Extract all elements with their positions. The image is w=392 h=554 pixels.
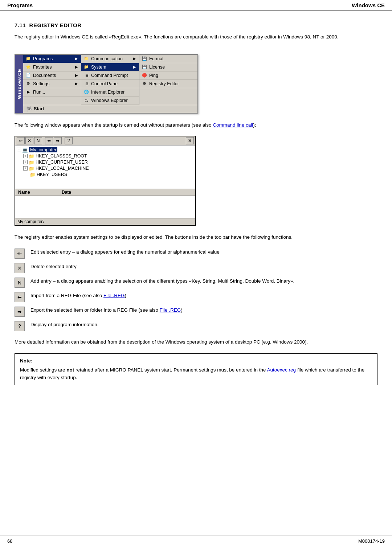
- favorites-icon: ⭐: [25, 64, 31, 70]
- license-icon: 💾: [142, 64, 147, 70]
- main-content: 7.11 Registry Editor The registry editor…: [0, 11, 392, 396]
- menu-screenshot: WindowsCE 📁 Programs ▶ ⭐ Favorites: [15, 54, 198, 114]
- menu-item-windows-explorer[interactable]: 🗂 Windows Explorer: [81, 97, 139, 105]
- toolbar-edit-button[interactable]: ✏: [17, 137, 25, 144]
- toolbar-add-button[interactable]: N: [34, 137, 42, 144]
- data-header: Name Data: [15, 189, 195, 196]
- tree-expand-local[interactable]: +: [23, 166, 28, 171]
- feature-import: ⬅ Import from a REG File (see also File …: [15, 292, 377, 302]
- intro-paragraph: The registry editor in Windows CE is cal…: [15, 33, 377, 41]
- menu-item-internet-explorer[interactable]: 🌐 Internet Explorer: [81, 88, 139, 97]
- menu-item-communication[interactable]: 📁 Communication ▶: [81, 55, 139, 63]
- header-right: Windows CE: [352, 2, 385, 8]
- feature-add: N Add entry – a dialog appears enabling …: [15, 278, 377, 288]
- file-reg-link-1[interactable]: File .REG: [103, 293, 125, 298]
- menu-item-settings[interactable]: ⚙ Settings ▶: [23, 80, 81, 88]
- toolbar-delete-button[interactable]: ✕: [25, 137, 33, 144]
- toolbar-close-button[interactable]: ✕: [186, 137, 194, 144]
- menu-item-programs[interactable]: 📁 Programs ▶: [23, 55, 81, 63]
- toolbar-export-button[interactable]: ➡: [54, 137, 62, 144]
- system-icon: 📁: [83, 64, 89, 70]
- note-bold: not: [66, 367, 74, 373]
- footer-doc-number: M000174-19: [358, 538, 385, 544]
- statusbar: My computer\: [15, 218, 195, 225]
- export-icon-box: ➡: [15, 307, 25, 317]
- registry-editor-window: ✏ ✕ N ⬅ ➡ ? ✕ − 💻 My computer + 📁 HKEY_C…: [15, 136, 196, 226]
- name-column-header: Name: [15, 189, 59, 196]
- page-footer: 68 M000174-19: [0, 535, 392, 547]
- internet-explorer-icon: 🌐: [83, 89, 89, 95]
- window-intro-text: The following window appears when the st…: [15, 122, 377, 129]
- windows-explorer-icon: 🗂: [83, 98, 89, 103]
- command-line-call-link[interactable]: Command line call: [213, 122, 253, 128]
- toolbar-import-button[interactable]: ⬅: [45, 137, 53, 144]
- delete-description: Delete selected entry: [30, 263, 377, 270]
- info-icon-box: ?: [15, 321, 25, 331]
- folder-icon-4: 📁: [30, 172, 36, 177]
- menu-item-run[interactable]: ▶ Run...: [23, 88, 81, 97]
- section-title: 7.11 Registry Editor: [15, 22, 377, 28]
- info-description: Display of program information.: [30, 321, 377, 328]
- description-text: The registry editor enables system setti…: [15, 234, 377, 241]
- tree-item-local-machine[interactable]: + 📁 HKEY_LOCAL_MACHINE: [17, 165, 194, 172]
- command-prompt-icon: 🖥: [83, 73, 89, 78]
- import-description: Import from a REG File (see also File .R…: [30, 292, 377, 299]
- folder-icon: 📁: [29, 153, 34, 159]
- feature-info: ? Display of program information.: [15, 321, 377, 331]
- menu-col-1: 📁 Programs ▶ ⭐ Favorites ▶ 📄 Documents: [23, 55, 81, 105]
- more-info-text: More detailed information can be obtaine…: [15, 338, 377, 346]
- settings-icon: ⚙: [25, 81, 31, 87]
- footer-page-number: 68: [7, 538, 12, 544]
- format-icon: 💾: [142, 56, 147, 62]
- menu-item-favorites[interactable]: ⭐ Favorites ▶: [23, 63, 81, 71]
- edit-icon-box: ✏: [15, 249, 25, 259]
- toolbar: ✏ ✕ N ⬅ ➡ ? ✕: [15, 136, 195, 145]
- add-icon-box: N: [15, 278, 25, 288]
- feature-delete: ✕ Delete selected entry: [15, 263, 377, 273]
- import-icon-box: ⬅: [15, 292, 25, 302]
- wince-sidebar-label: WindowsCE: [15, 55, 23, 113]
- registry-tree: − 💻 My computer + 📁 HKEY_CLASSES_ROOT + …: [15, 145, 195, 189]
- start-bar[interactable]: 🏁 Start: [23, 105, 197, 113]
- autoexec-reg-link[interactable]: Autoexec.reg: [267, 367, 296, 373]
- export-description: Export the selected item or folder into …: [30, 307, 377, 314]
- feature-edit: ✏ Edit selected entry – a dialog appears…: [15, 249, 377, 259]
- programs-icon: 📁: [25, 56, 31, 62]
- menu-item-registry-editor[interactable]: ⚙ Registry Editor: [139, 80, 197, 88]
- tree-root-label: My computer: [29, 147, 57, 152]
- documents-icon: 📄: [25, 73, 31, 78]
- feature-export: ➡ Export the selected item or folder int…: [15, 307, 377, 317]
- start-label: Start: [34, 106, 44, 111]
- edit-description: Edit selected entry – a dialog appears f…: [30, 249, 377, 256]
- communication-icon: 📁: [83, 56, 89, 62]
- menu-item-system[interactable]: 📁 System ▶: [81, 63, 139, 71]
- start-icon: 🏁: [26, 106, 32, 112]
- tree-item-current-user[interactable]: + 📁 HKEY_CURRENT_USER: [17, 159, 194, 165]
- menu-item-control-panel[interactable]: 🖥 Control Panel: [81, 80, 139, 88]
- control-panel-icon: 🖥: [83, 81, 89, 87]
- note-box: Note: Modified settings are not retained…: [15, 353, 377, 386]
- delete-icon-box: ✕: [15, 263, 25, 273]
- menu-col-3: 💾 Format 💾 License 🔴 Ping ⚙: [139, 55, 197, 105]
- menu-item-format[interactable]: 💾 Format: [139, 55, 197, 63]
- menu-item-license[interactable]: 💾 License: [139, 63, 197, 71]
- tree-item-users[interactable]: 📁 HKEY_USERS: [17, 172, 194, 178]
- registry-editor-icon: ⚙: [142, 81, 147, 87]
- file-reg-link-2[interactable]: File .REG: [160, 307, 181, 313]
- tree-expand-classes[interactable]: +: [23, 154, 28, 158]
- tree-expand-current[interactable]: +: [23, 160, 28, 164]
- registry-data-pane: Name Data: [15, 189, 195, 218]
- toolbar-info-button[interactable]: ?: [65, 137, 73, 144]
- add-description: Add entry – a dialog appears enabling th…: [30, 278, 377, 285]
- folder-icon-3: 📁: [29, 166, 34, 171]
- folder-icon-2: 📁: [29, 160, 34, 165]
- tree-item-classes-root[interactable]: + 📁 HKEY_CLASSES_ROOT: [17, 153, 194, 159]
- data-column-header: Data: [59, 189, 102, 196]
- data-rows-area: [15, 196, 195, 218]
- page-header: Programs Windows CE: [0, 0, 392, 11]
- tree-expand-root[interactable]: −: [17, 148, 21, 152]
- menu-item-ping[interactable]: 🔴 Ping: [139, 71, 197, 80]
- menu-item-command-prompt[interactable]: 🖥 Command Prompt: [81, 71, 139, 80]
- tree-root[interactable]: − 💻 My computer: [17, 147, 194, 153]
- menu-item-documents[interactable]: 📄 Documents ▶: [23, 71, 81, 80]
